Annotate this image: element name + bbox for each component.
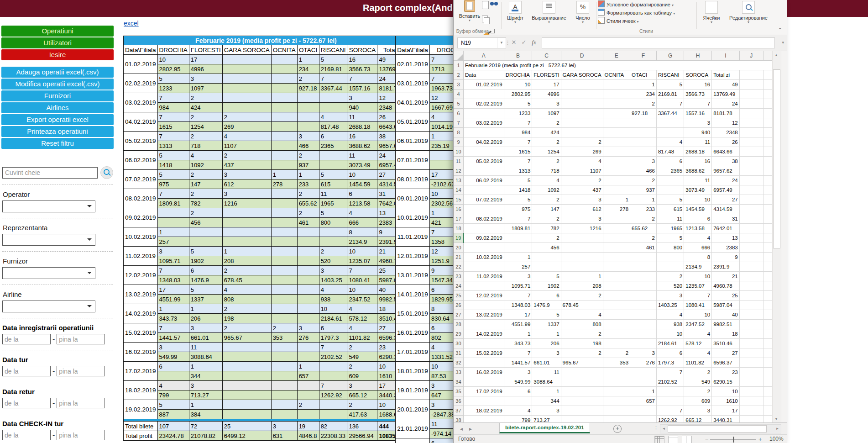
column-header-E[interactable]: E (603, 51, 630, 61)
cell[interactable]: 27 (712, 195, 740, 205)
cell[interactable]: 14.02.2019 (463, 329, 504, 339)
row-header-23[interactable]: 23 (454, 272, 463, 281)
cell[interactable]: 1097 (532, 109, 561, 118)
cell[interactable]: 2102.52 (656, 377, 684, 387)
cell[interactable] (739, 301, 763, 310)
cell[interactable]: 4 (684, 348, 712, 358)
cell[interactable]: 2 (532, 137, 561, 147)
cell[interactable]: 2 (561, 348, 603, 358)
cell[interactable] (603, 291, 630, 301)
cell[interactable]: 147 (532, 205, 561, 214)
cell[interactable] (763, 291, 773, 301)
horizontal-scroll-thumb[interactable] (668, 425, 767, 432)
column-header-F[interactable]: F (630, 51, 657, 61)
cell[interactable] (504, 233, 532, 243)
cell[interactable]: 713.27 (532, 416, 561, 423)
row-header-22[interactable]: 22 (454, 262, 463, 272)
cell[interactable]: 655.62 (630, 224, 657, 233)
cell[interactable] (603, 301, 630, 310)
cell[interactable] (739, 329, 763, 339)
cell[interactable] (504, 243, 532, 253)
expand-formula-bar-icon[interactable]: ▾ (782, 40, 784, 45)
cell[interactable]: 5 (532, 272, 561, 281)
cell[interactable] (463, 358, 504, 368)
cell[interactable] (739, 253, 763, 262)
cell[interactable]: 7 (684, 291, 712, 301)
cell[interactable]: 1092 (532, 185, 561, 195)
cell[interactable] (763, 147, 773, 157)
cell[interactable]: 11 (684, 176, 712, 185)
row-header-12[interactable]: 12 (454, 166, 463, 176)
sidebar-item-operatiuni[interactable]: Operatiuni (1, 26, 114, 37)
page-layout-view-icon[interactable] (668, 436, 678, 443)
cell[interactable] (739, 205, 763, 214)
cell[interactable] (763, 281, 773, 291)
row-header-5[interactable]: 5 (454, 99, 463, 109)
cell[interactable] (630, 406, 657, 416)
cell[interactable] (463, 185, 504, 195)
cell[interactable]: 269 (561, 147, 603, 157)
cell[interactable] (739, 157, 763, 166)
cell[interactable] (630, 253, 657, 262)
cell[interactable]: 10 (684, 195, 712, 205)
formula-input[interactable] (542, 37, 775, 48)
cell[interactable]: 1902 (532, 281, 561, 291)
cell[interactable]: 12.02.2019 (463, 291, 504, 301)
cell[interactable]: 7 (504, 291, 532, 301)
cell[interactable]: 2383 (712, 243, 740, 253)
cell[interactable] (630, 291, 657, 301)
cell[interactable]: 3566.73 (684, 90, 712, 99)
cell[interactable]: 1 (561, 272, 603, 281)
cell[interactable] (630, 377, 657, 387)
sidebar-action-button[interactable]: Furnizori (1, 90, 114, 101)
cell[interactable]: 2184.61 (656, 339, 684, 348)
date-to-input[interactable] (57, 334, 105, 344)
active-sheet-tab[interactable]: bilete-raport-complex-19.02.201 (499, 423, 590, 433)
cell[interactable] (463, 147, 504, 157)
cell[interactable]: 927.18 (630, 109, 657, 118)
cell[interactable] (739, 90, 763, 99)
cell[interactable]: 3 (561, 195, 603, 205)
cell[interactable]: 234 (630, 90, 657, 99)
cell[interactable] (763, 310, 773, 320)
cell[interactable]: 938 (656, 320, 684, 329)
cell[interactable] (603, 118, 630, 128)
cell[interactable] (739, 137, 763, 147)
date-from-input[interactable] (2, 398, 51, 408)
cell[interactable] (463, 128, 504, 137)
cell[interactable]: 666 (684, 243, 712, 253)
row-header-37[interactable]: 37 (454, 406, 463, 416)
cell[interactable] (763, 195, 773, 205)
cell[interactable] (739, 262, 763, 272)
cell[interactable] (763, 377, 773, 387)
cell[interactable] (763, 339, 773, 348)
cell[interactable]: 3 (532, 99, 561, 109)
cell[interactable] (739, 310, 763, 320)
cell[interactable] (463, 205, 504, 214)
cell[interactable]: 2169.81 (656, 90, 684, 99)
cell[interactable]: 13 (712, 233, 740, 243)
cell[interactable] (763, 99, 773, 109)
scroll-right-icon[interactable]: ▸ (774, 425, 781, 433)
cell[interactable]: 21 (712, 272, 740, 281)
cell[interactable]: 343.73 (504, 339, 532, 348)
row-header-18[interactable]: 18 (454, 224, 463, 233)
cell[interactable]: 4 (684, 233, 712, 243)
cell[interactable] (763, 348, 773, 358)
cell[interactable]: 1 (504, 329, 532, 339)
cell[interactable]: 1441.57 (504, 358, 532, 368)
cell[interactable] (630, 329, 657, 339)
cell[interactable]: 1095.71 (504, 281, 532, 291)
cell[interactable] (603, 185, 630, 195)
cell[interactable]: 1809.81 (504, 224, 532, 233)
cell[interactable] (739, 406, 763, 416)
cell[interactable] (603, 406, 630, 416)
cell[interactable] (656, 128, 684, 137)
scroll-down-icon[interactable]: ▾ (773, 415, 780, 423)
cell[interactable]: 278 (603, 205, 630, 214)
cell[interactable]: 2 (561, 137, 603, 147)
cell[interactable] (561, 128, 603, 137)
cell[interactable] (656, 185, 684, 195)
cell[interactable]: 1 (603, 195, 630, 205)
cell[interactable] (739, 243, 763, 253)
